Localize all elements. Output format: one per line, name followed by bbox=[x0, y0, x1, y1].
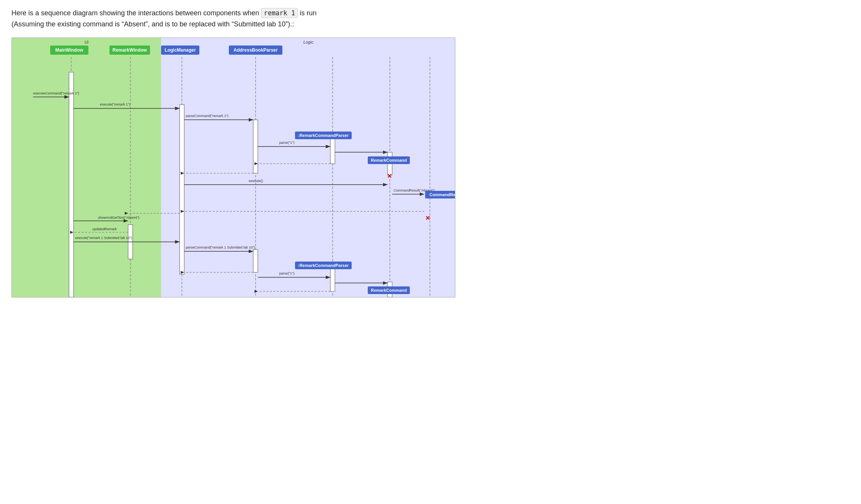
sequence-diagram: Ui Logic MainWindow RemarkWindow LogicMa… bbox=[11, 37, 455, 298]
commandresult-box: CommandResult bbox=[425, 191, 455, 198]
logic-region bbox=[161, 38, 455, 297]
remarkwindow-box: RemarkWindow bbox=[109, 46, 150, 55]
ui-region bbox=[12, 38, 161, 297]
remarkcommandparser-top-box: :RemarkCommandParser bbox=[295, 132, 352, 139]
ui-region-label: Ui bbox=[12, 40, 161, 44]
logicmanager-box: LogicManager bbox=[161, 46, 199, 55]
remark-code: remark 1 bbox=[261, 8, 298, 18]
remarkcommandparser-bot-box: :RemarkCommandParser bbox=[295, 262, 352, 269]
mainwindow-box: MainWindow bbox=[50, 46, 88, 55]
intro-line1: Here is a sequence diagram showing the i… bbox=[11, 9, 259, 17]
remarkcommand-top-box: RemarkCommand bbox=[368, 156, 410, 164]
intro-line2: (Assuming the existing command is “Absen… bbox=[11, 20, 294, 28]
intro-line1-end: is run bbox=[300, 9, 316, 17]
intro-paragraph: Here is a sequence diagram showing the i… bbox=[11, 8, 432, 30]
remarkcommand-bot-box: RemarkCommand bbox=[368, 286, 410, 294]
addressbookparser-box: AddressBookParser bbox=[229, 46, 282, 55]
logic-region-label: Logic bbox=[161, 40, 455, 44]
